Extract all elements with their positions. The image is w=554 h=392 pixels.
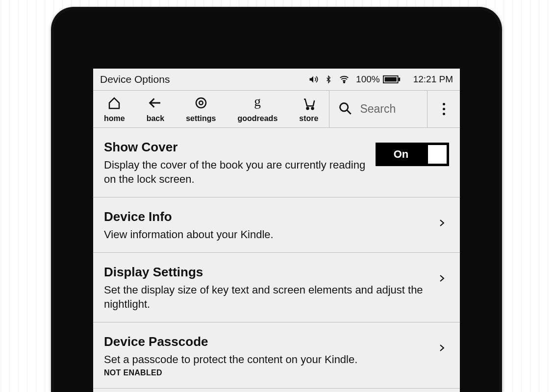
gear-icon [194, 96, 208, 112]
toolbar-label: store [299, 114, 318, 123]
option-title: Show Cover [104, 140, 366, 155]
clock: 12:21 PM [413, 74, 453, 85]
option-device-passcode[interactable]: Device Passcode Set a passcode to protec… [93, 322, 460, 389]
status-icons: 100% 12:21 PM [308, 74, 453, 85]
svg-marker-0 [310, 76, 314, 82]
toolbar-label: home [104, 114, 125, 123]
svg-point-11 [340, 103, 348, 111]
cart-icon [302, 96, 316, 112]
settings-button[interactable]: settings [175, 91, 227, 127]
store-button[interactable]: store [288, 91, 329, 127]
svg-point-6 [196, 98, 206, 108]
option-title: Display Settings [104, 265, 428, 280]
svg-point-7 [199, 101, 203, 105]
option-title: Device Info [104, 209, 428, 224]
wifi-icon [338, 74, 350, 84]
chevron-right-icon [437, 216, 449, 232]
chevron-right-icon [437, 341, 449, 357]
toolbar-label: back [147, 114, 164, 123]
svg-line-12 [347, 110, 351, 114]
overflow-menu-button[interactable] [428, 91, 460, 127]
show-cover-toggle[interactable]: On [376, 143, 449, 166]
device-frame: Device Options [51, 7, 502, 392]
search-input[interactable]: Search [329, 91, 428, 127]
toolbar: home back [93, 91, 460, 128]
home-button[interactable]: home [93, 91, 136, 127]
bluetooth-icon [325, 74, 332, 85]
device-screen: Device Options [93, 69, 460, 392]
option-status: NOT ENABLED [104, 368, 428, 377]
toolbar-label: goodreads [237, 114, 277, 123]
option-display-settings[interactable]: Display Settings Set the display size of… [93, 253, 460, 322]
svg-rect-4 [384, 77, 396, 82]
option-show-cover[interactable]: Show Cover Display the cover of the book… [93, 128, 460, 197]
svg-point-9 [306, 107, 308, 109]
status-bar: Device Options [93, 69, 460, 91]
toolbar-label: settings [186, 114, 216, 123]
option-description: Set the display size of key text and scr… [104, 283, 428, 311]
toggle-state-label: On [378, 148, 424, 161]
option-description: Set a passcode to protect the content on… [104, 352, 428, 367]
page-title: Device Options [100, 74, 308, 85]
battery-status: 100% [356, 74, 401, 85]
volume-icon [308, 74, 319, 84]
goodreads-button[interactable]: g goodreads [227, 91, 288, 127]
option-device-info[interactable]: Device Info View information about your … [93, 197, 460, 253]
svg-text:g: g [254, 96, 261, 109]
option-description: View information about your Kindle. [104, 227, 428, 242]
options-list: Show Cover Display the cover of the book… [93, 128, 460, 392]
dots-vertical-icon [443, 103, 445, 115]
back-arrow-icon [148, 96, 163, 112]
svg-point-10 [311, 107, 313, 109]
svg-point-1 [344, 82, 345, 83]
option-title: Device Passcode [104, 334, 428, 349]
home-icon [107, 96, 122, 112]
goodreads-icon: g [250, 96, 265, 112]
svg-rect-3 [398, 77, 400, 81]
chevron-right-icon [437, 271, 449, 288]
device-bezel: Device Options [54, 10, 499, 392]
option-description: Display the cover of the book you are cu… [104, 158, 366, 186]
back-button[interactable]: back [136, 91, 175, 127]
search-placeholder: Search [360, 102, 396, 116]
search-icon [338, 101, 352, 117]
battery-icon [383, 75, 401, 84]
battery-percent: 100% [356, 74, 380, 85]
toggle-knob [428, 145, 447, 164]
